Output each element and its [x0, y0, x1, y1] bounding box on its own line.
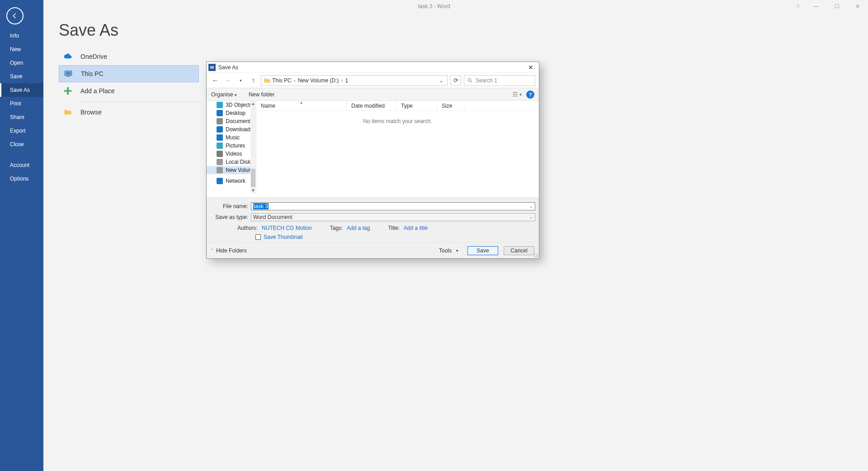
column-header-type[interactable]: Type: [396, 101, 437, 110]
page-title: Save As: [59, 21, 868, 40]
scroll-up-icon[interactable]: ▲: [250, 101, 256, 106]
location-onedrive[interactable]: OneDrive: [59, 48, 199, 65]
scrollbar-thumb[interactable]: [251, 169, 255, 187]
tree-item-label: Music: [226, 134, 240, 141]
breadcrumb-bar[interactable]: This PC › New Volume (D:) › 1 ⌄: [261, 75, 448, 86]
tree-item-3d-objects[interactable]: 3D Objects: [207, 101, 256, 109]
nav-forward-button[interactable]: →: [223, 76, 233, 86]
tree-item-network[interactable]: Network: [207, 177, 256, 185]
crumb-1[interactable]: New Volume (D:): [298, 77, 339, 84]
tree-item-local-disk-c-[interactable]: Local Disk (C:): [207, 158, 256, 166]
chevron-down-icon[interactable]: ⌄: [439, 77, 445, 84]
location-this-pc[interactable]: This PC: [59, 65, 199, 82]
tree-item-desktop[interactable]: Desktop: [207, 109, 256, 117]
sidebar-item-info[interactable]: Info: [0, 29, 43, 43]
chevron-down-icon[interactable]: ⌄: [529, 204, 533, 209]
close-window-button[interactable]: ✕: [847, 0, 868, 13]
tree-item-new-volume-d-[interactable]: New Volume (D:): [207, 166, 256, 174]
new-folder-button[interactable]: New folder: [249, 91, 274, 98]
chevron-down-icon: ▾: [235, 93, 237, 97]
folder-icon: [217, 159, 223, 165]
sidebar-item-print[interactable]: Print: [0, 97, 43, 110]
chevron-right-icon: ›: [292, 77, 297, 84]
folder-icon: [217, 126, 223, 133]
sidebar-item-account[interactable]: Account: [0, 158, 43, 172]
save-type-select[interactable]: Word Document ⌄: [251, 213, 535, 221]
dialog-close-button[interactable]: ✕: [524, 63, 537, 72]
scroll-down-icon[interactable]: ▼: [250, 188, 256, 193]
restore-button[interactable]: ☐: [826, 0, 847, 13]
crumb-2[interactable]: 1: [345, 77, 348, 84]
location-add-a-place[interactable]: Add a Place: [59, 82, 199, 100]
sidebar-item-save-as[interactable]: Save As: [0, 83, 43, 97]
folder-icon: [62, 107, 73, 118]
file-name-value: task 3: [253, 203, 269, 209]
save-thumbnail-label[interactable]: Save Thumbnail: [264, 234, 303, 240]
sidebar-item-save[interactable]: Save: [0, 70, 43, 83]
organise-menu[interactable]: Organise ▾: [211, 91, 237, 98]
sidebar-item-close[interactable]: Close: [0, 138, 43, 151]
tree-item-music[interactable]: Music: [207, 133, 256, 142]
hide-folders-toggle[interactable]: ˄ Hide Folders: [211, 247, 247, 254]
cloud-icon: [62, 51, 73, 62]
folder-icon: [217, 143, 223, 149]
resize-grip[interactable]: [533, 253, 538, 257]
save-thumbnail-checkbox[interactable]: [255, 234, 261, 240]
sort-asc-icon: ▲: [300, 100, 303, 105]
folder-icon: [217, 151, 223, 157]
save-type-value: Word Document: [253, 214, 292, 220]
search-input[interactable]: Search 1: [464, 75, 535, 86]
dialog-help-button[interactable]: ?: [526, 90, 534, 99]
cancel-button[interactable]: Cancel: [504, 246, 534, 255]
tags-value[interactable]: Add a tag: [347, 225, 370, 231]
nav-back-button[interactable]: ←: [210, 76, 220, 86]
svg-rect-1: [66, 72, 71, 75]
authors-value[interactable]: NUTECH CG Motion: [262, 225, 312, 231]
save-locations-list: OneDriveThis PCAdd a PlaceBrowse: [59, 48, 199, 121]
tree-item-downloads[interactable]: Downloads: [207, 125, 256, 133]
column-header-size[interactable]: Size: [437, 101, 464, 110]
tree-item-label: Documents: [226, 118, 253, 124]
tree-item-documents[interactable]: Documents: [207, 117, 256, 125]
back-button[interactable]: [6, 7, 24, 24]
tags-label: Tags:: [330, 225, 343, 231]
help-button[interactable]: ?: [791, 0, 805, 13]
dialog-nav-bar: ← → ▾ ↑ This PC › New Volume (D:) › 1 ⌄ …: [207, 73, 539, 88]
location-label: Add a Place: [80, 87, 115, 95]
dialog-titlebar: W Save As ✕: [207, 62, 539, 73]
chevron-right-icon: ›: [340, 77, 344, 84]
column-header-name[interactable]: ▲ Name: [256, 101, 347, 110]
plus-icon: [62, 86, 73, 96]
title-value[interactable]: Add a title: [404, 225, 428, 231]
refresh-button[interactable]: ⟳: [450, 75, 461, 86]
tools-menu[interactable]: Tools▾: [439, 247, 458, 254]
location-label: This PC: [81, 70, 104, 77]
title-label: Title:: [388, 225, 400, 231]
nav-up-button[interactable]: ↑: [248, 76, 258, 86]
column-header-date[interactable]: Date modified: [347, 101, 396, 110]
nav-recent-button[interactable]: ▾: [236, 76, 245, 86]
folder-icon: [217, 110, 223, 116]
tree-item-pictures[interactable]: Pictures: [207, 142, 256, 150]
tree-item-label: Downloads: [226, 126, 252, 133]
file-name-input[interactable]: task 3 ⌄: [251, 202, 535, 210]
sidebar-item-export[interactable]: Export: [0, 124, 43, 138]
sidebar-item-new[interactable]: New: [0, 43, 43, 56]
chevron-down-icon[interactable]: ⌄: [529, 215, 533, 219]
tree-item-label: Network: [226, 178, 245, 184]
save-as-dialog: W Save As ✕ ← → ▾ ↑ This PC › New Volume…: [206, 62, 539, 259]
pc-icon: [63, 68, 74, 79]
minimize-button[interactable]: ―: [806, 0, 826, 13]
save-button[interactable]: Save: [467, 246, 498, 255]
dialog-title: Save As: [218, 64, 238, 71]
sidebar-item-share[interactable]: Share: [0, 110, 43, 124]
sidebar-item-options[interactable]: Options: [0, 172, 43, 186]
location-browse[interactable]: Browse: [59, 104, 199, 121]
tree-scrollbar[interactable]: ▲ ▼: [250, 101, 256, 193]
column-headers: ▲ Name Date modified Type Size: [256, 101, 539, 111]
sidebar-item-open[interactable]: Open: [0, 56, 43, 70]
view-mode-button[interactable]: ☷ ▾: [512, 90, 523, 99]
tree-item-videos[interactable]: Videos: [207, 150, 256, 158]
crumb-0[interactable]: This PC: [272, 77, 292, 84]
dialog-toolbar: Organise ▾ New folder ☷ ▾ ?: [207, 88, 539, 101]
